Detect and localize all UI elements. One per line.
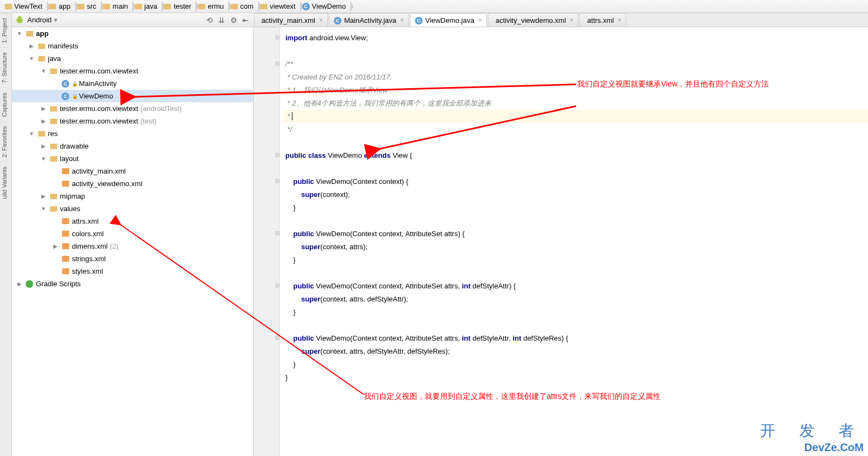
code-line[interactable]: } (285, 201, 868, 214)
breadcrumb-item[interactable]: com (228, 1, 258, 13)
code-line[interactable]: } (285, 306, 868, 319)
project-tree[interactable]: ▼ app ▶ manifests ▼ java ▼ tester.ermu.c… (12, 27, 254, 456)
breadcrumb-item[interactable]: viewtext (258, 1, 300, 13)
editor-tab[interactable]: CMainActivity.java × (329, 13, 409, 27)
tree-node[interactable]: activity_main.xml (12, 165, 253, 177)
tree-node[interactable]: ▶ dimens.xml (2) (12, 240, 253, 252)
code-line[interactable]: super(context, attrs, defStyleAttr); (285, 293, 868, 306)
code-line[interactable] (285, 162, 868, 175)
editor-tab[interactable]: activity_main.xml × (254, 13, 328, 27)
tree-arrow[interactable]: ▶ (28, 43, 35, 49)
tree-arrow[interactable]: ▼ (28, 56, 35, 61)
fold-icon[interactable]: ⊟ (274, 175, 280, 187)
breadcrumb-item[interactable]: ViewText (2, 1, 47, 13)
code-line[interactable]: */ (285, 123, 868, 136)
tree-arrow[interactable]: ▼ (40, 156, 47, 162)
tree-arrow[interactable]: ▼ (40, 68, 47, 74)
tree-node[interactable]: ▼ app (12, 27, 253, 40)
code-line[interactable] (285, 136, 868, 149)
code-line[interactable] (285, 319, 868, 332)
tree-node[interactable]: ▶ tester.ermu.com.viewtext (test) (12, 115, 253, 127)
breadcrumb-label: main (113, 2, 128, 10)
tree-node[interactable]: activity_viewdemo.xml (12, 177, 253, 190)
tree-arrow[interactable]: ▶ (40, 118, 47, 124)
code-line[interactable]: } (285, 371, 868, 384)
fold-icon[interactable]: ⊟ (274, 58, 280, 70)
code-line[interactable]: } (285, 254, 868, 267)
tree-node[interactable]: ▶ manifests (12, 40, 253, 52)
code-line[interactable]: public ViewDemo(Context context, Attribu… (285, 280, 868, 293)
tree-node[interactable]: styles.xml (12, 265, 253, 278)
tree-label: manifests (48, 42, 78, 50)
dropdown-icon[interactable]: ▾ (54, 16, 58, 24)
tree-arrow[interactable]: ▶ (40, 106, 47, 112)
code-line[interactable]: } (285, 358, 868, 371)
code-line[interactable] (285, 214, 868, 227)
gear-icon[interactable]: ⚙ (229, 15, 239, 25)
close-icon[interactable]: × (319, 16, 323, 24)
code-line[interactable]: public ViewDemo(Context context) { (285, 175, 868, 188)
tree-node[interactable]: ▶ mipmap (12, 190, 253, 202)
fold-icon[interactable]: ⊟ (274, 332, 280, 344)
code-line[interactable]: super(context); (285, 188, 868, 201)
tree-node[interactable]: ▶ drawable (12, 140, 253, 152)
code-line[interactable]: public ViewDemo(Context context, Attribu… (285, 227, 868, 241)
tree-node[interactable]: attrs.xml (12, 215, 253, 227)
tree-node[interactable]: ▼ java (12, 52, 253, 65)
sync-icon[interactable]: ⟲ (205, 15, 215, 25)
fold-icon[interactable]: ⊟ (274, 227, 280, 239)
tree-node[interactable]: ▼ layout (12, 152, 253, 165)
breadcrumb-item[interactable]: ermu (195, 1, 228, 13)
project-view-mode[interactable]: Android (27, 16, 52, 24)
tree-arrow[interactable]: ▶ (40, 193, 47, 199)
hide-icon[interactable]: ⇤ (241, 15, 250, 25)
code-line[interactable]: public class ViewDemo extends View { (285, 149, 868, 162)
tree-node[interactable]: ▼ res (12, 127, 253, 140)
tool-window-tab[interactable]: 1: Project (0, 13, 9, 47)
close-icon[interactable]: × (618, 16, 621, 24)
tool-window-tab[interactable]: uild Variants (0, 162, 9, 204)
tree-node[interactable]: ▼ tester.ermu.com.viewtext (12, 65, 253, 77)
fold-icon[interactable]: ⊟ (274, 280, 280, 292)
code-line[interactable]: public ViewDemo(Context context, Attribu… (285, 332, 868, 345)
code-line[interactable]: * (283, 110, 868, 123)
tool-window-tab[interactable]: Captures (0, 88, 9, 121)
close-icon[interactable]: × (400, 16, 404, 24)
editor-tab[interactable]: activity_viewdemo.xml × (488, 13, 578, 27)
breadcrumb-item[interactable]: java (132, 1, 162, 13)
tree-arrow[interactable]: ▼ (28, 131, 35, 137)
tree-node[interactable]: ▶ tester.ermu.com.viewtext (androidTest) (12, 102, 253, 115)
tool-window-tab[interactable]: 2: Favorites (0, 121, 9, 162)
breadcrumb-item[interactable]: CViewDemo (300, 1, 351, 13)
code-line[interactable]: super(context, attrs); (285, 241, 868, 254)
tree-arrow[interactable]: ▶ (40, 143, 47, 149)
tree-node[interactable]: ▶ Gradle Scripts (12, 278, 253, 290)
editor-tab[interactable]: CViewDemo.java × (410, 13, 487, 27)
tree-arrow[interactable]: ▶ (16, 281, 23, 287)
code-line[interactable]: import android.view.View; (285, 32, 868, 45)
breadcrumb-item[interactable]: main (101, 1, 132, 13)
tree-arrow[interactable]: ▼ (40, 206, 47, 212)
editor-tab[interactable]: attrs.xml × (579, 13, 626, 27)
tree-node[interactable]: colors.xml (12, 227, 253, 240)
fold-icon[interactable]: ⊟ (274, 32, 280, 44)
code-line[interactable] (285, 45, 868, 58)
tree-arrow[interactable]: ▶ (52, 243, 59, 249)
code-line[interactable]: super(context, attrs, defStyleAttr, defS… (285, 345, 868, 358)
breadcrumb-item[interactable]: app (47, 1, 75, 13)
code-line[interactable]: * 2、他有4个构造方法，我们常用的有两个，这里我全部添加进来 (285, 97, 868, 110)
tree-node[interactable]: strings.xml (12, 252, 253, 265)
close-icon[interactable]: × (478, 16, 482, 24)
fold-icon[interactable]: ⊟ (274, 149, 280, 161)
tree-node[interactable]: C 🔒 MainActivity (12, 77, 253, 90)
breadcrumb-item[interactable]: src (75, 1, 101, 13)
breadcrumb-item[interactable]: tester (162, 1, 196, 13)
tool-window-tab[interactable]: 7: Structure (0, 47, 9, 88)
close-icon[interactable]: × (570, 16, 573, 24)
tree-node[interactable]: ▼ values (12, 202, 253, 215)
collapse-icon[interactable]: ⇊ (217, 15, 227, 25)
tree-arrow[interactable]: ▼ (16, 30, 23, 36)
code-line[interactable] (285, 267, 868, 280)
code-line[interactable]: /** (285, 58, 868, 71)
tree-node[interactable]: C 🔒 ViewDemo (12, 90, 253, 102)
